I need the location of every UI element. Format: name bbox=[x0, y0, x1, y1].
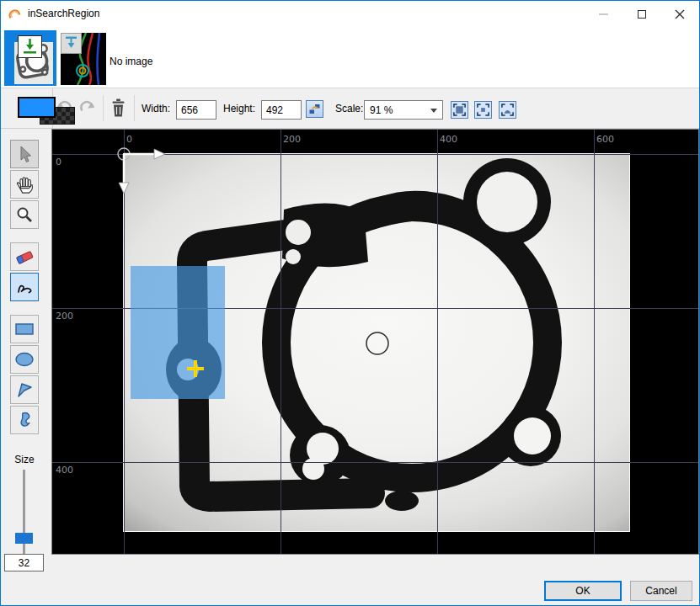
cursor-icon bbox=[16, 145, 33, 163]
input-image-thumbnail[interactable] bbox=[4, 30, 56, 86]
crosshair-marker[interactable] bbox=[182, 355, 209, 382]
scale-value: 91 % bbox=[370, 104, 393, 116]
eraser-tool[interactable] bbox=[10, 242, 39, 271]
rectangle-tool[interactable] bbox=[10, 315, 39, 343]
freehand-tool[interactable] bbox=[10, 273, 39, 301]
minimize-icon bbox=[599, 13, 608, 15]
blob-tool[interactable] bbox=[10, 406, 39, 434]
toolbar-separator bbox=[103, 95, 104, 121]
zoom-selection-icon bbox=[500, 103, 515, 117]
zoom-original-icon bbox=[476, 103, 490, 117]
hand-icon bbox=[15, 175, 34, 194]
ruler-top-600: 600 bbox=[596, 134, 614, 145]
import-image-icon bbox=[61, 33, 82, 54]
eraser-icon bbox=[15, 248, 34, 265]
grid-line-h400 bbox=[52, 462, 698, 463]
toolbar-separator bbox=[134, 95, 135, 121]
cancel-button[interactable]: Cancel bbox=[630, 581, 692, 601]
app-logo-icon bbox=[8, 8, 22, 21]
rectangle-icon bbox=[14, 322, 35, 337]
ruler-left-200: 200 bbox=[56, 311, 73, 322]
ruler-left-0: 0 bbox=[56, 157, 61, 167]
ruler-top-400: 400 bbox=[440, 134, 457, 145]
ellipse-tool[interactable] bbox=[10, 345, 39, 374]
magnifier-tool[interactable] bbox=[10, 200, 39, 229]
foreground-color-swatch bbox=[18, 97, 56, 118]
select-tool[interactable] bbox=[10, 140, 39, 168]
ok-button[interactable]: OK bbox=[544, 581, 622, 601]
cancel-button-label: Cancel bbox=[645, 585, 676, 597]
link-dimensions-button[interactable] bbox=[306, 100, 323, 118]
link-dimensions-icon bbox=[308, 103, 321, 115]
scribble-icon bbox=[15, 279, 34, 295]
maximize-button[interactable] bbox=[623, 1, 660, 27]
image-thumbnail-strip: No image bbox=[1, 27, 699, 88]
blob-icon bbox=[15, 411, 34, 429]
ok-button-label: OK bbox=[575, 585, 590, 597]
close-icon bbox=[675, 9, 685, 19]
image-canvas[interactable]: 0 200 400 600 0 200 400 bbox=[51, 129, 699, 555]
size-value-input[interactable] bbox=[4, 554, 44, 571]
zoom-selection-button[interactable] bbox=[499, 101, 516, 119]
search-region-overlay[interactable] bbox=[131, 266, 225, 399]
size-label: Size bbox=[1, 454, 48, 465]
origin-axes-icon bbox=[115, 146, 176, 206]
scale-combobox[interactable]: 91 % bbox=[364, 100, 443, 120]
color-swatch-panel[interactable] bbox=[1, 88, 53, 128]
close-button[interactable] bbox=[660, 1, 698, 27]
width-label: Width: bbox=[142, 103, 170, 114]
width-input[interactable] bbox=[176, 100, 216, 120]
scale-label: Scale: bbox=[335, 103, 363, 114]
tool-palette: Size bbox=[1, 129, 51, 582]
edge-overlay-thumbnail[interactable] bbox=[61, 33, 106, 85]
grid-line-v600 bbox=[594, 130, 595, 554]
toolbar: Width: Height: Scale: 91 % bbox=[1, 88, 699, 129]
minimize-button[interactable] bbox=[585, 1, 623, 27]
ruler-top-200: 200 bbox=[283, 134, 301, 145]
maximize-icon bbox=[638, 10, 646, 19]
magnifier-icon bbox=[16, 206, 33, 223]
zoom-fit-button[interactable] bbox=[451, 101, 468, 119]
title-bar[interactable]: inSearchRegion bbox=[1, 1, 699, 27]
height-label: Height: bbox=[223, 103, 255, 114]
ruler-top-0: 0 bbox=[126, 134, 132, 145]
redo-icon[interactable] bbox=[78, 98, 95, 115]
grid-line-v400 bbox=[437, 130, 438, 554]
zoom-fit-icon bbox=[452, 103, 467, 117]
trash-icon[interactable] bbox=[110, 98, 126, 118]
dialog-window: inSearchRegion bbox=[0, 0, 700, 606]
ruler-left-400: 400 bbox=[56, 465, 73, 476]
ellipse-icon bbox=[14, 352, 35, 367]
polygon-tool[interactable] bbox=[10, 375, 39, 404]
pan-tool[interactable] bbox=[10, 170, 39, 199]
polygon-icon bbox=[15, 381, 34, 398]
window-title: inSearchRegion bbox=[28, 8, 99, 19]
load-image-icon bbox=[18, 35, 42, 58]
zoom-original-button[interactable] bbox=[474, 101, 492, 119]
chevron-down-icon bbox=[430, 109, 437, 113]
height-input[interactable] bbox=[261, 100, 302, 120]
grid-line-v200 bbox=[281, 130, 281, 554]
no-image-label: No image bbox=[110, 56, 152, 67]
size-slider-handle[interactable] bbox=[15, 533, 33, 544]
